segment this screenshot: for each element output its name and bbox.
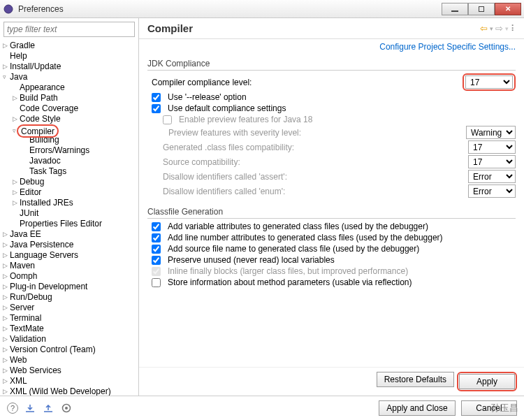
config-project-link[interactable]: Configure Project Specific Settings...: [139, 39, 524, 53]
expand-icon[interactable]: ▷: [13, 114, 20, 124]
tree-item[interactable]: ▷XML: [3, 376, 136, 386]
use-release-label: Use '--release' option: [168, 92, 516, 102]
tree-item[interactable]: ▷Language Servers: [3, 250, 136, 261]
tree-item[interactable]: ▷Java EE: [3, 229, 136, 240]
expand-icon[interactable]: ▷: [3, 292, 10, 303]
tree-item[interactable]: ▷Install/Update: [3, 61, 136, 72]
tree-item[interactable]: Task Tags: [22, 166, 136, 177]
close-button[interactable]: ✕: [495, 3, 521, 15]
tree-item[interactable]: ▷Plug-in Development: [3, 282, 136, 292]
tree-item[interactable]: ▷TextMate: [3, 324, 136, 334]
tree-item[interactable]: ▷XML (Wild Web Developer): [3, 386, 136, 396]
tree-item[interactable]: Javadoc: [22, 156, 136, 166]
expand-icon[interactable]: ▷: [3, 250, 10, 261]
preferences-tree[interactable]: ▷GradleHelp▷Install/Update▿JavaAppearanc…: [0, 41, 138, 396]
expand-icon[interactable]: ▷: [3, 376, 10, 386]
tree-item[interactable]: ▷Gradle: [3, 41, 136, 51]
expand-icon[interactable]: ▷: [13, 187, 20, 198]
expand-icon[interactable]: ▷: [3, 386, 10, 396]
minimize-button[interactable]: [442, 3, 468, 15]
export-icon[interactable]: [42, 402, 54, 414]
compliance-level-select[interactable]: 17: [465, 75, 513, 89]
help-icon[interactable]: ?: [7, 403, 18, 414]
expand-icon[interactable]: ▷: [3, 261, 10, 271]
maximize-button[interactable]: [468, 3, 495, 15]
expand-icon[interactable]: ▷: [3, 324, 10, 334]
page-title: Compiler: [147, 22, 480, 34]
menu-icon[interactable]: ⠇: [511, 24, 517, 34]
filter-input[interactable]: [3, 22, 135, 37]
tree-item[interactable]: Code Coverage: [13, 103, 136, 114]
expand-icon[interactable]: ▷: [13, 177, 20, 187]
tree-item[interactable]: ▷Java Persistence: [3, 240, 136, 250]
tree-item[interactable]: ▷Editor: [13, 187, 136, 198]
tree-item[interactable]: ▷Validation: [3, 334, 136, 345]
preview-severity-select: Warning: [466, 126, 516, 139]
tree-item[interactable]: Help: [3, 51, 136, 61]
classfile-opt-checkbox[interactable]: [152, 256, 161, 265]
expand-icon[interactable]: ▷: [3, 365, 10, 376]
expand-icon[interactable]: ▷: [3, 240, 10, 250]
sidebar: ▷GradleHelp▷Install/Update▿JavaAppearanc…: [0, 18, 139, 396]
use-default-label: Use default compliance settings: [168, 103, 516, 113]
tree-item[interactable]: ▷Maven: [3, 261, 136, 271]
expand-icon[interactable]: ▿: [3, 72, 10, 82]
tree-item-label: Javadoc: [29, 156, 61, 166]
use-default-checkbox[interactable]: [152, 104, 161, 113]
expand-icon[interactable]: ▷: [13, 198, 20, 208]
title-bar: Preferences ✕: [0, 0, 524, 18]
expand-icon[interactable]: ▷: [3, 61, 10, 72]
import-icon[interactable]: [24, 402, 36, 414]
main-panel: Compiler ⇦▾ ⇨▾ ⠇ Configure Project Speci…: [139, 18, 524, 396]
tree-item[interactable]: ▷Terminal: [3, 313, 136, 324]
tree-item-label: Editor: [20, 187, 41, 197]
tree-item[interactable]: ▷Oomph: [3, 271, 136, 282]
expand-icon[interactable]: ▷: [3, 41, 10, 51]
expand-icon[interactable]: ▷: [13, 93, 20, 103]
tree-item[interactable]: ▷Web Services: [3, 365, 136, 376]
oomph-icon[interactable]: [60, 402, 73, 414]
tree-item[interactable]: ▿Compiler: [13, 124, 136, 135]
expand-icon[interactable]: ▷: [3, 282, 10, 292]
tree-item[interactable]: Appearance: [13, 82, 136, 93]
tree-item[interactable]: ▷Build Path: [13, 93, 136, 103]
classfile-opt-checkbox[interactable]: [152, 278, 161, 287]
tree-item[interactable]: ▷Debug: [13, 177, 136, 187]
classfile-opt-label: Store information about method parameter…: [168, 277, 516, 287]
classfile-opt-checkbox[interactable]: [152, 222, 161, 231]
tree-item[interactable]: ▷Version Control (Team): [3, 345, 136, 355]
expand-icon[interactable]: ▷: [3, 229, 10, 240]
expand-icon[interactable]: ▷: [3, 303, 10, 313]
tree-item-label: Installed JREs: [20, 198, 73, 208]
tree-item[interactable]: JUnit: [13, 208, 136, 219]
classfile-opt-checkbox[interactable]: [152, 245, 161, 254]
expand-icon[interactable]: ▷: [3, 271, 10, 282]
classfile-opt-checkbox[interactable]: [152, 233, 161, 242]
apply-button[interactable]: Apply: [459, 374, 515, 389]
tree-item[interactable]: ▷Run/Debug: [3, 292, 136, 303]
tree-item[interactable]: ▿Java: [3, 72, 136, 82]
restore-defaults-button[interactable]: Restore Defaults: [377, 372, 454, 387]
expand-icon[interactable]: ▷: [3, 355, 10, 365]
disallow-enum-label: Disallow identifiers called 'enum':: [163, 187, 464, 196]
tree-item[interactable]: ▷Server: [3, 303, 136, 313]
tree-item-label: XML: [10, 376, 27, 386]
tree-item[interactable]: ▷Code Style: [13, 114, 136, 124]
tree-item-label: Code Coverage: [20, 103, 78, 113]
svg-point-0: [4, 5, 13, 13]
apply-close-button[interactable]: Apply and Close: [379, 400, 456, 416]
expand-icon[interactable]: ▷: [3, 334, 10, 345]
forward-icon[interactable]: ⇨: [495, 23, 503, 34]
tree-item-label: TextMate: [10, 324, 44, 333]
tree-item[interactable]: Properties Files Editor: [13, 219, 136, 229]
tree-item[interactable]: Errors/Warnings: [22, 145, 136, 156]
expand-icon[interactable]: ▷: [3, 313, 10, 324]
classfile-opt-label: Add source file name to generated class …: [168, 244, 516, 254]
back-icon[interactable]: ⇦: [480, 23, 488, 34]
tree-item[interactable]: ▷Installed JREs: [13, 198, 136, 208]
tree-item[interactable]: ▷Web: [3, 355, 136, 365]
use-release-checkbox[interactable]: [152, 93, 161, 102]
cancel-button[interactable]: Cancel: [461, 400, 517, 416]
preview-severity-label: Preview features with severity level:: [168, 128, 462, 138]
expand-icon[interactable]: ▷: [3, 345, 10, 355]
